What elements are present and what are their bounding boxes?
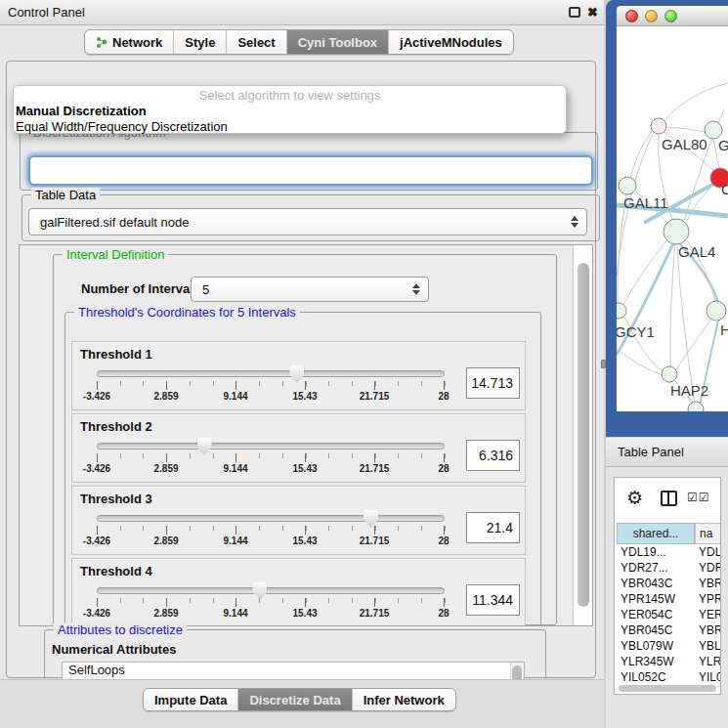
table-row[interactable]: YDL19...YDL1 [617, 544, 721, 560]
network-node[interactable] [651, 118, 666, 134]
slider-major-tick [236, 453, 236, 462]
close-traffic-light-icon[interactable] [625, 10, 638, 22]
table-row[interactable]: YDR27...YDR2 [617, 560, 721, 576]
slider-major-tick [97, 526, 98, 535]
network-node-label: GA [718, 137, 728, 153]
slider-track[interactable] [97, 587, 445, 594]
table-data-group-title: Table Data [31, 188, 100, 202]
tab-label: Discretize Data [249, 693, 340, 707]
scrollbar-track[interactable] [573, 245, 593, 625]
attribute-list-item[interactable]: SelfLoops [63, 663, 524, 678]
slider-tick-label: 15.43 [292, 391, 317, 402]
interval-definition-group-title: Interval Definition [63, 247, 168, 262]
slider-major-tick [444, 381, 445, 390]
network-node[interactable] [662, 366, 677, 382]
minimize-traffic-light-icon[interactable] [645, 10, 658, 22]
slider-major-tick [166, 526, 167, 535]
threshold-panel: Threshold 2-3.4262.8599.14415.4321.71528… [71, 413, 526, 483]
slider-track[interactable] [97, 443, 445, 450]
tab-network[interactable]: Network [85, 30, 173, 54]
network-node[interactable] [707, 301, 726, 321]
table-row[interactable]: YBR043CYBR0 [617, 576, 721, 591]
threshold-value-field[interactable]: 14.713 [466, 367, 520, 399]
table-row[interactable]: YPR145WYPR1 [617, 591, 721, 607]
number-of-intervals-combobox[interactable]: 5 [191, 277, 429, 302]
cell-name: YBR0 [695, 576, 721, 591]
slider-tick-label: 15.43 [292, 608, 317, 619]
gear-icon[interactable]: ⚙ [626, 487, 643, 509]
column-header-name[interactable]: na [695, 523, 721, 544]
table-row[interactable]: YLR345WYLR3 [617, 654, 721, 669]
table-toolbar: ⚙ ☑☑ [615, 478, 720, 521]
bottom-tab-impute-data[interactable]: Impute Data [144, 689, 237, 710]
cell-name: YBR0 [695, 622, 721, 638]
table-row[interactable]: YBR045CYBR0 [617, 622, 721, 638]
tab-jactivemnodules[interactable]: jActiveMNodules [388, 30, 513, 54]
slider-major-tick [374, 453, 375, 462]
table-header-row: shared... na [617, 523, 721, 544]
slider-tick-label: 9.144 [223, 391, 247, 402]
bottom-tab-discretize-data[interactable]: Discretize Data [237, 689, 351, 710]
cell-shared-name: YDL19... [617, 544, 695, 560]
slider-major-tick [374, 381, 375, 390]
tab-label: Impute Data [154, 693, 227, 707]
attributes-group-title: Attributes to discretize [54, 622, 187, 637]
network-node[interactable] [619, 177, 636, 194]
threshold-panel: Threshold 1-3.4262.8599.14415.4321.71528… [71, 341, 526, 410]
tab-label: jActiveMNodules [400, 35, 502, 50]
algorithm-popup-prompt: Select algorithm to view settings [14, 88, 566, 103]
network-node[interactable] [688, 402, 704, 411]
network-edge [617, 349, 664, 375]
network-canvas[interactable]: GAL80GACGAL11GAL4GCY1HHAP2 [617, 26, 728, 411]
tab-select[interactable]: Select [226, 30, 285, 54]
threshold-value-field[interactable]: 11.344 [466, 584, 520, 616]
cyni-bottom-tabs: Impute DataDiscretize DataInfer Network [143, 688, 456, 711]
slider-track[interactable] [97, 370, 445, 377]
numerical-attributes-label: Numerical Attributes [52, 642, 176, 657]
cell-shared-name: YDR27... [617, 560, 695, 576]
split-pane-handle-icon[interactable] [601, 360, 606, 368]
network-node[interactable] [664, 219, 689, 244]
algorithm-option-equal-width[interactable]: Equal Width/Frequency Discretization [16, 119, 228, 134]
scrollbar-thumb[interactable] [578, 263, 589, 607]
combobox-stepper-icon [571, 216, 578, 228]
algorithm-combobox[interactable] [28, 155, 593, 186]
slider-major-tick [236, 381, 236, 390]
close-icon[interactable]: ✖ [586, 7, 599, 19]
slider-tick-label: 28 [438, 535, 449, 546]
bottom-tab-infer-network[interactable]: Infer Network [352, 689, 455, 710]
slider-major-tick [97, 381, 98, 390]
slider-track[interactable] [97, 515, 445, 522]
threshold-value-field[interactable]: 6.316 [466, 440, 520, 471]
table-row[interactable]: YBL079WYBL0 [617, 638, 721, 654]
tab-cyni-toolbox[interactable]: Cyni Toolbox [286, 30, 388, 54]
threshold-label: Threshold 2 [80, 419, 152, 434]
slider-tick-label: 2.859 [153, 391, 178, 402]
column-layout-icon[interactable] [661, 491, 677, 506]
table-data-combobox-value: galFiltered.sif default node [40, 215, 189, 230]
slider-minor-ticks [97, 526, 446, 531]
slider-major-tick [166, 598, 167, 607]
slider-major-tick [305, 381, 306, 390]
slider-tick-label: 21.715 [360, 463, 390, 474]
threshold-value-field[interactable]: 21.4 [466, 512, 520, 543]
slider-tick-label: 9.144 [223, 608, 247, 619]
threshold-panel: Threshold 3-3.4262.8599.14415.4321.71528… [71, 486, 526, 555]
zoom-traffic-light-icon[interactable] [664, 10, 677, 22]
checkbox-icons[interactable]: ☑☑ [687, 491, 710, 504]
cell-shared-name: YER054C [617, 607, 695, 622]
network-node[interactable] [617, 303, 626, 319]
table-row[interactable]: YIL052CYIL0 [617, 669, 721, 685]
cell-shared-name: YIL052C [617, 669, 695, 685]
tab-label: Cyni Toolbox [298, 35, 377, 50]
tab-style[interactable]: Style [173, 30, 226, 54]
table-row[interactable]: YER054CYER0 [617, 607, 721, 622]
horizontal-scrollbar-thumb[interactable] [619, 685, 716, 692]
column-header-shared[interactable]: shared... [617, 523, 695, 544]
float-window-icon[interactable] [569, 7, 580, 18]
algorithm-option-manual[interactable]: Manual Discretization [16, 104, 147, 118]
cyni-toolbox-panel: Discretization Algorithm Table Data galF… [6, 61, 596, 678]
slider-tick-label: 21.715 [360, 608, 390, 619]
table-data-combobox[interactable]: galFiltered.sif default node [28, 208, 587, 236]
network-node-label: C [721, 181, 728, 197]
